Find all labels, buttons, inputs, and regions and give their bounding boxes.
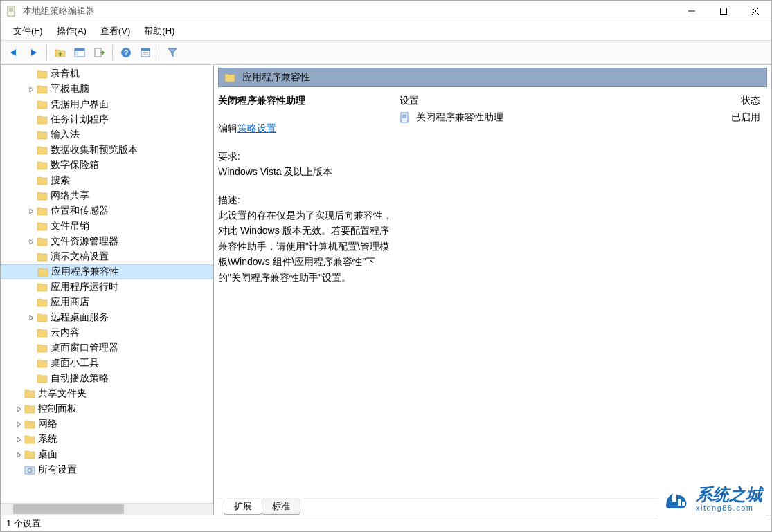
folder-icon xyxy=(37,69,48,79)
tree-item[interactable]: 输入法 xyxy=(1,127,213,143)
expand-icon[interactable] xyxy=(26,208,37,214)
expand-icon[interactable] xyxy=(26,315,37,321)
tree-item[interactable]: 控制面板 xyxy=(1,401,213,416)
edit-policy-link[interactable]: 策略设置 xyxy=(237,122,276,134)
export-list-button[interactable] xyxy=(90,44,108,62)
tree-item[interactable]: 凭据用户界面 xyxy=(1,97,213,112)
tab-standard[interactable]: 标准 xyxy=(262,499,300,515)
tree-item[interactable]: 所有设置 xyxy=(1,462,213,477)
expand-icon[interactable] xyxy=(13,437,24,443)
tree-item[interactable]: 云内容 xyxy=(1,325,213,340)
tree-view[interactable]: 录音机平板电脑凭据用户界面任务计划程序输入法数据收集和预览版本数字保险箱搜索网络… xyxy=(1,65,213,503)
close-button[interactable] xyxy=(739,1,771,21)
statusbar: 1 个设置 xyxy=(1,515,771,531)
expand-icon[interactable] xyxy=(13,406,24,412)
titlebar: 本地组策略编辑器 xyxy=(1,1,771,21)
forward-button[interactable] xyxy=(24,44,42,62)
menu-help[interactable]: 帮助(H) xyxy=(137,22,181,40)
tree-item[interactable]: 位置和传感器 xyxy=(1,203,213,219)
watermark-text: 系统之城 xyxy=(696,486,762,503)
tree-item[interactable]: 数字保险箱 xyxy=(1,158,213,173)
tree-item[interactable]: 应用程序运行时 xyxy=(1,279,213,295)
menu-action[interactable]: 操作(A) xyxy=(50,22,93,40)
show-hide-tree-button[interactable] xyxy=(71,44,89,62)
tree-item-label: 位置和传感器 xyxy=(51,205,109,217)
tree-item[interactable]: 演示文稿设置 xyxy=(1,249,213,264)
tree-item[interactable]: 系统 xyxy=(1,432,213,447)
tree-item[interactable]: 自动播放策略 xyxy=(1,371,213,386)
app-icon xyxy=(6,6,17,17)
folder-icon xyxy=(37,100,48,109)
maximize-button[interactable] xyxy=(708,1,739,21)
tree-item[interactable]: 网络 xyxy=(1,416,213,432)
expand-icon[interactable] xyxy=(13,421,24,428)
tree-item[interactable]: 桌面小工具 xyxy=(1,356,213,371)
tree-item[interactable]: 共享文件夹 xyxy=(1,386,213,401)
folder-icon xyxy=(37,191,48,201)
folder-icon xyxy=(37,221,48,231)
folder-icon xyxy=(37,115,48,125)
policy-icon xyxy=(400,112,411,123)
folder-icon xyxy=(37,206,48,216)
filter-button[interactable] xyxy=(163,44,181,62)
description-text: 此设置的存在仅是为了实现后向兼容性，对此 Windows 版本无效。若要配置程序… xyxy=(218,208,394,285)
menu-file[interactable]: 文件(F) xyxy=(6,22,50,40)
tab-extended[interactable]: 扩展 xyxy=(224,499,262,515)
requirement-text: Windows Vista 及以上版本 xyxy=(218,164,394,179)
tree-item[interactable]: 桌面窗口管理器 xyxy=(1,340,213,356)
svg-rect-15 xyxy=(141,48,150,51)
expand-icon[interactable] xyxy=(26,239,37,245)
tree-item[interactable]: 远程桌面服务 xyxy=(1,310,213,325)
horizontal-scrollbar[interactable] xyxy=(1,503,213,515)
folder-icon xyxy=(37,343,48,353)
folder-icon xyxy=(24,419,35,429)
tree-item[interactable]: 录音机 xyxy=(1,66,213,82)
svg-rect-5 xyxy=(721,8,727,14)
content-header-title: 应用程序兼容性 xyxy=(242,71,310,84)
list-row[interactable]: 关闭程序兼容性助理已启用 xyxy=(400,109,767,126)
svg-rect-9 xyxy=(75,48,84,51)
folder-icon xyxy=(24,434,35,444)
settings-list: 设置 状态 关闭程序兼容性助理已启用 xyxy=(400,93,767,498)
folder-icon xyxy=(37,328,48,338)
expand-icon[interactable] xyxy=(13,452,24,458)
tree-item[interactable]: 文件资源管理器 xyxy=(1,234,213,249)
expand-icon[interactable] xyxy=(26,86,37,93)
folder-icon xyxy=(37,282,48,292)
minimize-button[interactable] xyxy=(676,1,708,21)
up-folder-button[interactable] xyxy=(51,44,69,62)
requirement-label: 要求: xyxy=(218,149,394,164)
list-header-setting[interactable]: 设置 xyxy=(400,95,726,107)
tree-item[interactable]: 任务计划程序 xyxy=(1,112,213,127)
tree-item[interactable]: 网络共享 xyxy=(1,188,213,203)
tree-panel: 录音机平板电脑凭据用户界面任务计划程序输入法数据收集和预览版本数字保险箱搜索网络… xyxy=(1,65,214,515)
tree-item-label: 演示文稿设置 xyxy=(51,250,109,263)
back-button[interactable] xyxy=(5,44,23,62)
svg-rect-10 xyxy=(75,51,78,57)
tree-item-label: 录音机 xyxy=(51,68,80,80)
tree-item[interactable]: 应用商店 xyxy=(1,295,213,310)
tree-item[interactable]: 平板电脑 xyxy=(1,82,213,97)
menu-view[interactable]: 查看(V) xyxy=(93,22,137,40)
properties-button[interactable] xyxy=(136,44,154,62)
policy-title: 关闭程序兼容性助理 xyxy=(218,93,394,108)
svg-text:?: ? xyxy=(124,48,129,57)
edit-label: 编辑 xyxy=(218,122,237,134)
tree-item[interactable]: 文件吊销 xyxy=(1,219,213,234)
help-toolbar-button[interactable]: ? xyxy=(117,44,135,62)
tree-item-label: 应用程序兼容性 xyxy=(51,266,119,278)
tree-item-label: 输入法 xyxy=(51,129,80,141)
tree-item-label: 系统 xyxy=(38,433,57,446)
window-title: 本地组策略编辑器 xyxy=(23,5,676,17)
tree-item[interactable]: 桌面 xyxy=(1,447,213,462)
description-label: 描述: xyxy=(218,192,394,208)
folder-icon xyxy=(24,404,35,414)
content-header: 应用程序兼容性 xyxy=(218,68,767,87)
list-header[interactable]: 设置 状态 xyxy=(400,93,767,109)
list-header-state[interactable]: 状态 xyxy=(726,95,767,107)
tree-item[interactable]: 应用程序兼容性 xyxy=(1,264,213,279)
toolbar-separator xyxy=(159,45,159,60)
watermark-url: xitong86.com xyxy=(696,504,762,512)
tree-item[interactable]: 搜索 xyxy=(1,173,213,188)
tree-item[interactable]: 数据收集和预览版本 xyxy=(1,143,213,158)
